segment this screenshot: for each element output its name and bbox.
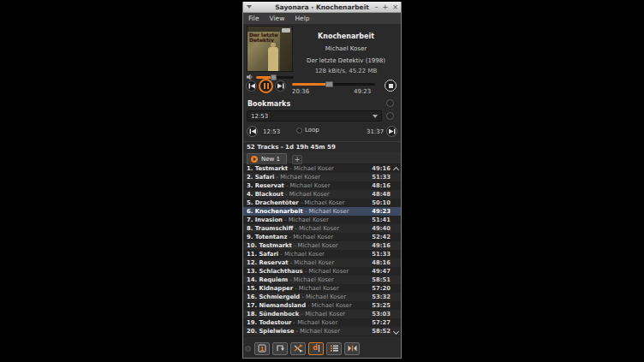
add-tab-button[interactable]: + xyxy=(292,155,302,164)
track-row[interactable]: 15. Kidnapper - Michael Koser 57:20 xyxy=(243,284,401,293)
stop-button[interactable] xyxy=(385,80,397,92)
track-row-artist: - Michael Koser xyxy=(289,259,335,266)
track-row-artist: - Michael Koser xyxy=(288,276,334,283)
track-duration: 48:16 xyxy=(372,181,391,190)
dynamic-playback-button[interactable]: d xyxy=(308,342,324,355)
bookmark-next-button[interactable] xyxy=(386,126,397,137)
stop-icon xyxy=(389,84,393,88)
track-number-title: 16. Schmiergeld xyxy=(247,294,300,300)
scroll-up-arrow[interactable] xyxy=(393,166,399,172)
maximize-button[interactable]: + xyxy=(383,2,389,13)
track-row[interactable]: 18. Sündenbock - Michael Koser 53:03 xyxy=(243,310,401,318)
cover-detective-figure xyxy=(268,47,278,71)
track-duration: 53:03 xyxy=(372,310,391,318)
track-number-title: 20. Spielwiese xyxy=(247,328,294,335)
track-row[interactable]: 20. Spielwiese - Michael Koser 58:52 xyxy=(243,327,401,335)
minimize-button[interactable]: – xyxy=(375,2,379,13)
bookmark-next-icon xyxy=(389,128,396,134)
loop-checkbox[interactable]: Loop xyxy=(296,127,319,134)
track-row[interactable]: 5. Drachentöter - Michael Koser 50:10 xyxy=(243,199,401,207)
shuffle-icon xyxy=(294,344,303,353)
bookmark-previous-button[interactable] xyxy=(247,126,258,137)
next-icon xyxy=(277,83,284,89)
close-button[interactable]: × xyxy=(392,2,398,13)
track-row[interactable]: 16. Schmiergeld - Michael Koser 53:32 xyxy=(243,293,401,301)
track-duration: 49:16 xyxy=(372,241,391,250)
track-row[interactable]: 2. Safari - Michael Koser 51:33 xyxy=(243,173,401,181)
elapsed-time: 20:36 xyxy=(292,88,309,95)
track-row[interactable]: 4. Blackout - Michael Koser 48:48 xyxy=(243,190,401,199)
menu-file[interactable]: File xyxy=(248,15,259,22)
track-row[interactable]: 19. Todestour - Michael Koser 57:27 xyxy=(243,318,401,327)
track-row[interactable]: 1. Testmarkt - Michael Koser 49:16 xyxy=(243,164,401,173)
cover-search-button[interactable] xyxy=(282,28,290,33)
track-number-title: 17. Niemandsland xyxy=(247,302,306,309)
shuffle-button[interactable] xyxy=(290,342,306,355)
titlebar[interactable]: Sayonara - Knochenarbeit – + × xyxy=(243,2,401,13)
track-number-title: 14. Requiem xyxy=(247,276,288,283)
window-menu-icon[interactable] xyxy=(247,5,252,9)
track-row[interactable]: 8. Traumschiff - Michael Koser 49:40 xyxy=(243,224,401,233)
track-row[interactable]: 17. Niemandsland - Michael Koser 53:25 xyxy=(243,301,401,310)
track-row-artist: - Michael Koser xyxy=(293,225,339,232)
track-row-artist: - Michael Koser xyxy=(299,199,345,206)
volume-handle[interactable] xyxy=(271,74,277,80)
track-row[interactable]: 9. Totentanz - Michael Koser 52:42 xyxy=(243,233,401,241)
track-row[interactable]: 7. Invasion - Michael Koser 51:41 xyxy=(243,216,401,224)
track-duration: 57:27 xyxy=(372,318,391,327)
track-number-title: 12. Reservat xyxy=(247,259,289,266)
track-number-title: 6. Knochenarbeit xyxy=(247,208,303,215)
track-number-title: 13. Schlachthaus xyxy=(247,268,303,275)
chevron-down-icon xyxy=(373,115,378,118)
menu-view[interactable]: View xyxy=(270,15,285,22)
track-row-artist: - Michael Koser xyxy=(306,302,352,309)
volume-slider[interactable] xyxy=(256,76,294,79)
track-row[interactable]: 11. Safari - Michael Koser 51:33 xyxy=(243,250,401,258)
track-row[interactable]: 14. Requiem - Michael Koser 58:51 xyxy=(243,276,401,284)
bookmark-prev-time: 12:53 xyxy=(263,128,280,135)
main-content: Der letzte Detektiv Knochenarbeit Michae… xyxy=(243,24,401,358)
bookmark-select[interactable]: 12:53 xyxy=(247,110,382,122)
track-album: Der letzte Detektiv (1998) xyxy=(295,57,397,64)
track-duration: 50:10 xyxy=(372,199,391,207)
playlist-tab-new1[interactable]: New 1 xyxy=(247,153,287,164)
track-duration: 51:33 xyxy=(372,250,391,258)
volume-fill xyxy=(256,76,271,79)
bookmark-new-button[interactable] xyxy=(386,99,394,107)
previous-track-button[interactable] xyxy=(246,80,257,92)
track-number-title: 4. Blackout xyxy=(247,191,283,198)
track-row[interactable]: 3. Reservat - Michael Koser 48:16 xyxy=(243,181,401,190)
track-row[interactable]: 6. Knochenarbeit - Michael Koser 49:23 xyxy=(243,207,401,216)
menu-help[interactable]: Help xyxy=(295,15,309,22)
track-number-title: 2. Safari xyxy=(247,174,274,181)
track-bitrate-info: 128 kBit/s, 45.22 MB xyxy=(295,68,397,74)
pause-icon xyxy=(264,83,269,89)
track-row[interactable]: 10. Testmarkt - Michael Koser 49:16 xyxy=(243,241,401,250)
volume-icon[interactable] xyxy=(247,74,253,80)
bookmark-delete-button[interactable] xyxy=(386,112,394,120)
repeat-all-button[interactable] xyxy=(272,342,288,355)
section-divider xyxy=(243,141,401,142)
next-track-button[interactable] xyxy=(275,80,286,92)
track-duration: 51:41 xyxy=(372,216,391,224)
track-duration: 49:47 xyxy=(372,267,391,276)
track-number-title: 1. Testmarkt xyxy=(247,165,288,172)
track-number-title: 7. Invasion xyxy=(247,217,283,223)
track-row[interactable]: 12. Reservat - Michael Koser 48:16 xyxy=(243,258,401,267)
track-number-title: 10. Testmarkt xyxy=(247,242,292,249)
repeat-one-icon: 1 xyxy=(258,344,266,353)
gapless-button[interactable] xyxy=(344,342,360,355)
append-button[interactable] xyxy=(326,342,342,355)
album-cover[interactable]: Der letzte Detektiv xyxy=(247,26,293,72)
seek-handle[interactable] xyxy=(325,81,333,87)
loop-label: Loop xyxy=(305,127,319,134)
seek-slider[interactable] xyxy=(292,83,375,86)
playlist-mode-indicator[interactable] xyxy=(245,346,251,352)
loop-checkbox-circle[interactable] xyxy=(296,128,302,134)
track-duration: 53:25 xyxy=(372,301,391,310)
track-row[interactable]: 13. Schlachthaus - Michael Koser 49:47 xyxy=(243,267,401,276)
pause-button[interactable] xyxy=(259,79,273,93)
scroll-down-arrow[interactable] xyxy=(393,329,399,335)
repeat-one-button[interactable]: 1 xyxy=(254,342,270,355)
track-row-artist: - Michael Koser xyxy=(294,328,340,335)
